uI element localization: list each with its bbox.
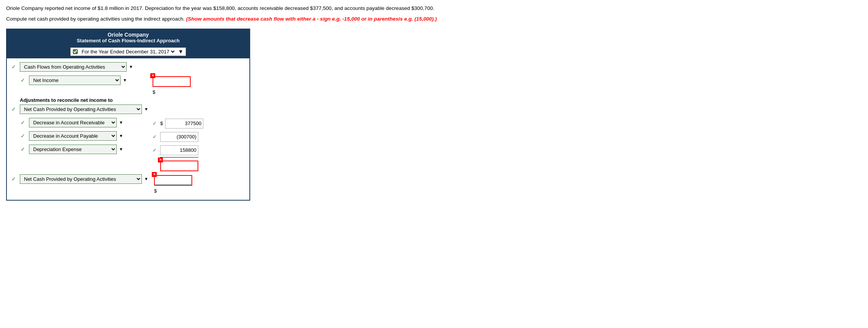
receivable-check-icon: ✓ [21, 119, 27, 125]
net-income-select[interactable]: Net Income [29, 76, 121, 85]
net-income-input[interactable] [153, 76, 191, 87]
cash-flows-row: ✓ Cash Flows from Operating Activities ▼ [11, 62, 245, 73]
company-name: Oriole Company [11, 32, 246, 38]
net-income-input-wrapper: ✕ [153, 76, 191, 87]
net-cash-total-check-icon: ✓ [11, 176, 18, 182]
subtotal-error-badge: ✕ [158, 158, 163, 162]
period-chevron-icon: ▼ [178, 48, 183, 55]
payable-chevron-icon: ▼ [119, 133, 123, 138]
cash-flows-check-icon: ✓ [11, 64, 18, 70]
receivable-value-check-icon: ✓ [153, 121, 159, 126]
net-cash-header-select[interactable]: Net Cash Provided by Operating Activitie… [20, 105, 142, 114]
net-income-row: ✓ Net Income ▼ ✕ $ [11, 76, 245, 95]
depreciation-chevron-icon: ▼ [119, 147, 123, 151]
instruction-text: Compute net cash provided by operating a… [6, 16, 185, 22]
period-select-wrapper[interactable]: For the Year Ended December 31, 2017 ▼ [70, 47, 186, 56]
net-cash-header-dropdown-row: ✓ Net Cash Provided by Operating Activit… [11, 105, 153, 114]
payable-dropdown-row: ✓ Decrease in Account Payable ▼ [21, 131, 153, 141]
net-cash-total-input-wrapper: ✕ [154, 175, 192, 186]
statement-title: Statement of Cash Flows-Indirect Approac… [11, 38, 246, 43]
net-cash-total-dropdown-row: ✓ Net Cash Provided by Operating Activit… [11, 174, 153, 184]
cash-flows-select[interactable]: Cash Flows from Operating Activities [20, 62, 127, 72]
depreciation-check-icon: ✓ [21, 146, 27, 152]
receivable-dollar-sign: $ [160, 121, 163, 126]
period-checkbox[interactable] [73, 49, 78, 54]
receivable-chevron-icon: ▼ [119, 120, 123, 125]
period-select[interactable]: For the Year Ended December 31, 2017 [80, 48, 176, 55]
depreciation-separator [160, 157, 198, 158]
net-income-dollar-sign: $ [153, 89, 155, 95]
intro-paragraph: Oriole Company reported net income of $1… [6, 5, 862, 12]
net-income-chevron-icon: ▼ [123, 78, 127, 82]
net-income-dropdown-row: ✓ Net Income ▼ [21, 76, 153, 85]
depreciation-dropdown-row: ✓ Depreciation Expense ▼ [21, 145, 153, 154]
statement-header: Oriole Company Statement of Cash Flows-I… [7, 29, 249, 46]
net-cash-header-check-icon: ✓ [11, 106, 18, 112]
cash-flows-chevron-icon: ▼ [129, 64, 133, 69]
net-cash-total-input[interactable] [154, 175, 192, 186]
subtotal-input[interactable] [160, 161, 198, 171]
net-income-error-badge: ✕ [150, 73, 155, 78]
depreciation-select[interactable]: Depreciation Expense [29, 145, 117, 154]
payable-value-input[interactable] [160, 132, 198, 142]
payable-check-icon: ✓ [21, 133, 27, 139]
net-cash-total-dollar-sign: $ [154, 188, 157, 194]
instruction-paragraph: Compute net cash provided by operating a… [6, 15, 862, 23]
depreciation-value-input[interactable] [160, 145, 198, 155]
instruction-bold: (Show amounts that decrease cash flow wi… [186, 16, 437, 22]
depreciation-row: ✓ Depreciation Expense ▼ ✓ [11, 145, 245, 158]
payable-row: ✓ Decrease in Account Payable ▼ ✓ [11, 131, 245, 142]
period-row: For the Year Ended December 31, 2017 ▼ [7, 46, 249, 58]
statement-container: Oriole Company Statement of Cash Flows-I… [6, 29, 250, 201]
net-cash-total-error-badge: ✕ [152, 172, 157, 177]
cash-flows-dropdown-row: ✓ Cash Flows from Operating Activities ▼ [11, 62, 153, 72]
receivable-dropdown-row: ✓ Decrease in Account Receivable ▼ [21, 118, 153, 127]
content-area: ✓ Cash Flows from Operating Activities ▼… [7, 58, 249, 200]
subtotal-row: ✕ [11, 160, 245, 171]
depreciation-value-check-icon: ✓ [153, 147, 159, 153]
adjustments-label: Adjustments to reconcile net income to [20, 97, 245, 103]
net-income-check-icon: ✓ [21, 77, 27, 83]
receivable-row: ✓ Decrease in Account Receivable ▼ ✓ $ [11, 118, 245, 129]
receivable-select[interactable]: Decrease in Account Receivable [29, 118, 117, 127]
net-cash-header-row: ✓ Net Cash Provided by Operating Activit… [11, 105, 245, 116]
payable-value-check-icon: ✓ [153, 134, 159, 140]
payable-select[interactable]: Decrease in Account Payable [29, 131, 117, 141]
net-cash-total-row: ✓ Net Cash Provided by Operating Activit… [11, 174, 245, 194]
net-cash-total-select[interactable]: Net Cash Provided by Operating Activitie… [20, 174, 142, 184]
receivable-value-input[interactable] [165, 119, 203, 129]
net-cash-header-chevron-icon: ▼ [144, 107, 148, 111]
net-cash-total-chevron-icon: ▼ [144, 177, 148, 181]
subtotal-input-wrapper: ✕ [160, 161, 198, 171]
